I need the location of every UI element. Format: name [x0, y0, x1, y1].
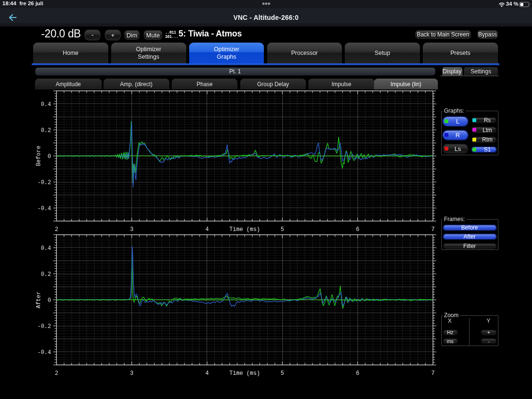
- svg-text:Before: Before: [35, 145, 42, 166]
- svg-text:0.2: 0.2: [41, 127, 51, 133]
- svg-text:-0.2: -0.2: [37, 323, 51, 329]
- svg-text:3: 3: [130, 370, 133, 376]
- svg-text:0.4: 0.4: [41, 245, 51, 251]
- svg-text:2: 2: [55, 370, 58, 376]
- svg-text:6: 6: [356, 370, 359, 376]
- svg-text:-0.4: -0.4: [37, 205, 51, 212]
- svg-text:Time (ms): Time (ms): [229, 370, 260, 376]
- svg-text:-0.2: -0.2: [37, 179, 51, 186]
- svg-text:0.2: 0.2: [41, 271, 51, 277]
- svg-text:After: After: [35, 291, 42, 308]
- svg-text:5: 5: [280, 370, 284, 376]
- svg-text:4: 4: [205, 370, 209, 376]
- svg-text:-0.4: -0.4: [37, 349, 51, 355]
- svg-text:0: 0: [48, 153, 51, 160]
- svg-text:0: 0: [48, 297, 51, 303]
- svg-text:0.4: 0.4: [41, 101, 51, 107]
- svg-text:7: 7: [431, 370, 435, 376]
